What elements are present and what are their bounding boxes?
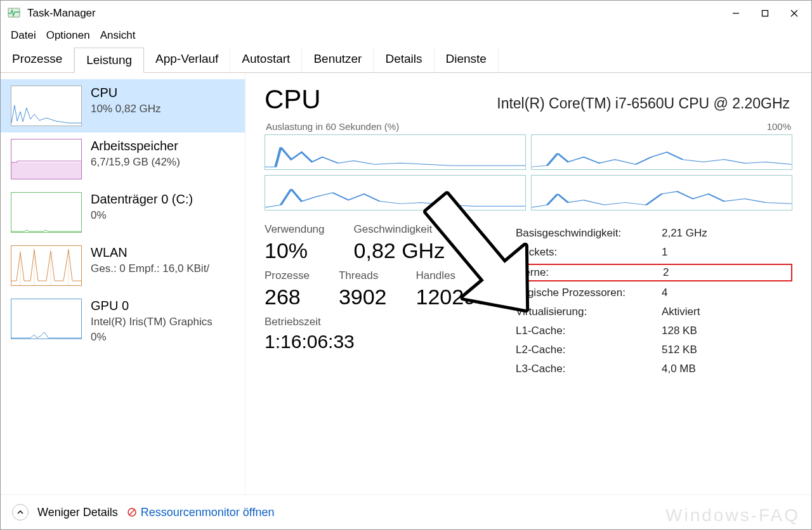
kv-cores: Kerne:2 [513,264,792,281]
tab-startup[interactable]: Autostart [230,47,302,72]
svg-rect-5 [11,162,81,179]
tab-processes[interactable]: Prozesse [1,47,74,72]
processes-value: 268 [265,285,310,309]
cpu-model: Intel(R) Core(TM) i7-6560U CPU @ 2.20GHz [497,95,790,112]
core-graph-1 [265,134,526,170]
util-label: Auslastung in 60 Sekunden (%) [266,121,399,132]
kv-l3: L3-Cache:4,0 MB [513,361,792,377]
wlan-thumb-graph [11,245,82,286]
disk-thumb-graph [11,192,82,233]
resource-monitor-link[interactable]: Ressourcenmonitor öffnen [127,506,275,519]
handles-label: Handles [416,269,488,282]
fewer-details-button[interactable]: Weniger Details [37,506,118,519]
sidebar-cpu-title: CPU [91,86,161,100]
threads-label: Threads [339,269,387,282]
svg-line-11 [129,510,134,515]
svg-rect-2 [763,11,768,16]
menu-file[interactable]: Datei [6,28,41,43]
window-title: Task-Manager [27,7,96,20]
speed-value: 0,82 GHz [354,238,445,263]
sidebar-gpu-sub: Intel(R) Iris(TM) Graphics [91,316,213,328]
resource-monitor-icon [127,507,137,517]
main-panel: CPU Intel(R) Core(TM) i7-6560U CPU @ 2.2… [246,73,811,494]
sidebar-item-gpu[interactable]: GPU 0 Intel(R) Iris(TM) Graphics 0% [1,292,245,350]
uptime-label: Betriebszeit [265,316,488,328]
menu-view[interactable]: Ansicht [95,28,141,43]
kv-logical: Logische Prozessoren:4 [513,285,792,301]
fewer-details-chevron-icon[interactable] [12,504,29,520]
sidebar-disk-title: Datenträger 0 (C:) [91,192,193,207]
sidebar-gpu-sub2: 0% [91,331,213,344]
sidebar-disk-sub: 0% [91,209,193,222]
sidebar-cpu-sub: 10% 0,82 GHz [91,103,161,115]
sidebar-gpu-title: GPU 0 [91,299,213,313]
handles-value: 120290 [416,285,488,309]
menu-options[interactable]: Optionen [41,28,95,43]
main-heading: CPU [265,84,321,115]
memory-thumb-graph [11,139,82,179]
maximize-button[interactable] [750,4,780,23]
kv-l1: L1-Cache:128 KB [513,323,792,339]
sidebar-item-cpu[interactable]: CPU 10% 0,82 GHz [1,79,245,132]
tabs: Prozesse Leistung App-Verlauf Autostart … [1,47,811,73]
cpu-thumb-graph [11,86,82,126]
footer: Weniger Details Ressourcenmonitor öffnen [1,494,811,529]
speed-label: Geschwindigkeit [354,223,445,236]
core-graph-4 [531,175,792,210]
close-button[interactable] [780,4,809,23]
kv-sockets: Sockets:1 [513,245,792,260]
core-graph-2 [531,134,792,170]
sidebar-wlan-title: WLAN [91,245,209,260]
usage-value: 10% [265,238,325,263]
kv-basespeed: Basisgeschwindigkeit:2,21 GHz [513,226,792,241]
tab-services[interactable]: Dienste [435,47,499,72]
minimize-button[interactable] [721,4,750,23]
sidebar-wlan-sub: Ges.: 0 Empf.: 16,0 KBit/ [91,262,209,275]
util-max: 100% [767,121,791,132]
kv-l2: L2-Cache:512 KB [513,342,792,358]
sidebar-memory-sub: 6,7/15,9 GB (42%) [91,156,180,169]
tab-history[interactable]: App-Verlauf [144,47,230,72]
gpu-thumb-graph [11,299,82,339]
cpu-core-graphs[interactable] [265,134,792,210]
usage-label: Verwendung [265,223,325,236]
tab-users[interactable]: Benutzer [302,47,374,72]
kv-virt: Virtualisierung:Aktiviert [513,304,792,320]
tab-details[interactable]: Details [374,47,434,72]
threads-value: 3902 [339,285,387,309]
processes-label: Prozesse [265,269,310,282]
sidebar-item-wlan[interactable]: WLAN Ges.: 0 Empf.: 16,0 KBit/ [1,239,245,292]
sidebar: CPU 10% 0,82 GHz Arbeitsspeicher 6,7/15,… [1,73,246,494]
sidebar-item-memory[interactable]: Arbeitsspeicher 6,7/15,9 GB (42%) [1,132,245,186]
tab-performance[interactable]: Leistung [74,48,144,73]
titlebar: Task-Manager [1,1,811,26]
uptime-value: 1:16:06:33 [265,331,488,352]
core-graph-3 [265,175,526,210]
sidebar-item-disk[interactable]: Datenträger 0 (C:) 0% [1,186,245,239]
menubar: Datei Optionen Ansicht [1,26,811,45]
task-manager-icon [7,7,22,20]
sidebar-memory-title: Arbeitsspeicher [91,139,180,153]
